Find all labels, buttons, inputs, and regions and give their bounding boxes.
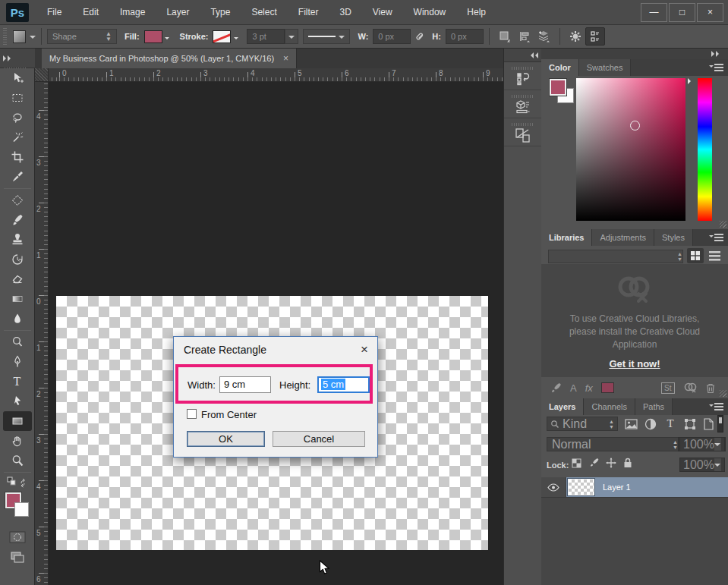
menu-type[interactable]: Type [200, 0, 241, 25]
height-input[interactable]: 5 cm [317, 376, 370, 393]
menu-help[interactable]: Help [456, 0, 496, 25]
tab-libraries[interactable]: Libraries [541, 229, 592, 246]
trash-icon[interactable] [705, 382, 716, 394]
get-it-now-link[interactable]: Get it now! [609, 358, 660, 370]
stroke-color-picker[interactable] [213, 30, 241, 43]
stock-icon[interactable]: St [661, 382, 675, 394]
lasso-tool[interactable] [0, 108, 35, 127]
ruler-origin-corner[interactable] [35, 68, 49, 82]
from-center-checkbox[interactable] [187, 409, 197, 419]
cc-sync-disabled-icon[interactable] [683, 382, 697, 394]
tab-swatches[interactable]: Swatches [579, 59, 632, 76]
gradient-tool[interactable] [0, 289, 35, 309]
menu-image[interactable]: Image [109, 0, 156, 25]
filter-type-layers-icon[interactable]: T [661, 417, 679, 431]
menu-file[interactable]: File [36, 0, 72, 25]
dialog-close-icon[interactable]: × [361, 342, 368, 357]
gear-icon[interactable] [566, 27, 585, 46]
list-view-button[interactable] [706, 248, 723, 263]
blend-mode-select[interactable]: Normal ▲▼ [547, 437, 683, 451]
marquee-tool[interactable] [0, 88, 35, 108]
link-dimensions-icon[interactable] [411, 27, 430, 46]
filter-pixel-layers-icon[interactable] [622, 417, 640, 431]
screen-mode-button[interactable] [0, 547, 35, 567]
add-color-swatch-icon[interactable] [601, 382, 614, 393]
tab-close-icon[interactable]: × [283, 53, 288, 64]
add-graphic-icon[interactable] [550, 382, 562, 394]
blur-tool[interactable] [0, 309, 35, 329]
lock-position-icon[interactable] [606, 458, 616, 468]
history-brush-tool[interactable] [0, 250, 35, 269]
shape-width-input[interactable]: 0 px [373, 29, 411, 44]
menu-filter[interactable]: Filter [288, 0, 329, 25]
filter-toggle-switch[interactable] [717, 415, 723, 432]
opacity-value-select[interactable]: 100% [679, 437, 725, 451]
default-swap-colors[interactable] [0, 474, 35, 489]
panel-menu-icon[interactable] [710, 403, 723, 410]
panel-resize-grip[interactable] [720, 390, 726, 397]
dodge-tool[interactable] [0, 332, 35, 352]
filter-shape-layers-icon[interactable] [681, 417, 699, 431]
path-selection-tool[interactable] [0, 392, 35, 411]
canvas-area[interactable] [49, 82, 503, 585]
path-alignment-button[interactable] [515, 27, 534, 46]
type-tool[interactable]: T [0, 372, 35, 392]
layer-thumbnail[interactable] [568, 479, 594, 495]
add-character-style-icon[interactable]: A [570, 382, 577, 394]
path-operations-button[interactable] [495, 27, 515, 46]
lock-all-icon[interactable] [623, 458, 632, 468]
fill-color-picker[interactable] [144, 30, 172, 43]
hue-slider[interactable] [698, 78, 712, 221]
layer-row[interactable]: Layer 1 [541, 477, 728, 497]
tab-paths[interactable]: Paths [635, 398, 673, 415]
background-color-swatch[interactable] [14, 502, 29, 517]
horizontal-ruler[interactable]: 0 1 2 3 4 5 6 7 8 9 [49, 68, 503, 82]
restore-button[interactable]: □ [669, 3, 695, 22]
history-panel-button[interactable] [504, 62, 541, 90]
ok-button[interactable]: OK [187, 431, 265, 447]
clone-stamp-tool[interactable] [0, 230, 35, 250]
grid-view-button[interactable] [687, 248, 704, 263]
width-input[interactable]: 9 cm [219, 376, 271, 393]
tab-styles[interactable]: Styles [654, 229, 693, 246]
cancel-button[interactable]: Cancel [273, 431, 365, 447]
expand-panels-header[interactable] [504, 49, 541, 62]
saturation-brightness-picker[interactable] [576, 78, 685, 221]
tab-color[interactable]: Color [541, 59, 579, 76]
menu-window[interactable]: Window [403, 0, 457, 25]
eraser-tool[interactable] [0, 269, 35, 289]
filter-smart-objects-icon[interactable] [699, 417, 717, 431]
menu-edit[interactable]: Edit [72, 0, 109, 25]
move-tool[interactable] [0, 68, 35, 88]
dialog-title-bar[interactable]: Create Rectangle [174, 337, 377, 363]
vertical-ruler[interactable]: 4 3 2 1 0 1 2 3 4 5 6 [35, 82, 49, 585]
spot-healing-tool[interactable] [0, 190, 35, 210]
toggle-panels-button[interactable] [585, 27, 605, 46]
menu-3d[interactable]: 3D [329, 0, 361, 25]
layer-visibility-cell[interactable] [541, 477, 566, 497]
tab-channels[interactable]: Channels [584, 398, 635, 415]
path-arrangement-button[interactable] [534, 27, 554, 46]
filter-adjustment-layers-icon[interactable] [641, 417, 660, 431]
library-select[interactable]: ▲▼ [548, 250, 683, 263]
artboard-panel-button[interactable] [504, 118, 541, 146]
lock-pixels-icon[interactable] [588, 458, 599, 468]
brush-tool[interactable] [0, 210, 35, 230]
stroke-type-select[interactable] [303, 29, 350, 44]
zoom-tool[interactable] [0, 451, 35, 470]
pen-tool[interactable] [0, 352, 35, 372]
collapse-panels-button[interactable] [541, 49, 728, 59]
color-picker-marker[interactable] [630, 121, 640, 131]
stroke-width-dropdown[interactable] [285, 29, 298, 44]
add-layer-style-icon[interactable]: fx [585, 382, 593, 394]
3d-panel-button[interactable] [504, 90, 541, 118]
menu-layer[interactable]: Layer [156, 0, 200, 25]
tool-mode-select[interactable]: Shape ▲▼ [47, 29, 117, 44]
rectangle-tool[interactable] [3, 411, 32, 431]
magic-wand-tool[interactable] [0, 127, 35, 147]
tab-layers[interactable]: Layers [541, 398, 584, 415]
quick-mask-button[interactable] [0, 527, 35, 547]
fill-value-select[interactable]: 100% [679, 458, 725, 472]
eyedropper-tool[interactable] [0, 167, 35, 187]
crop-tool[interactable] [0, 147, 35, 167]
